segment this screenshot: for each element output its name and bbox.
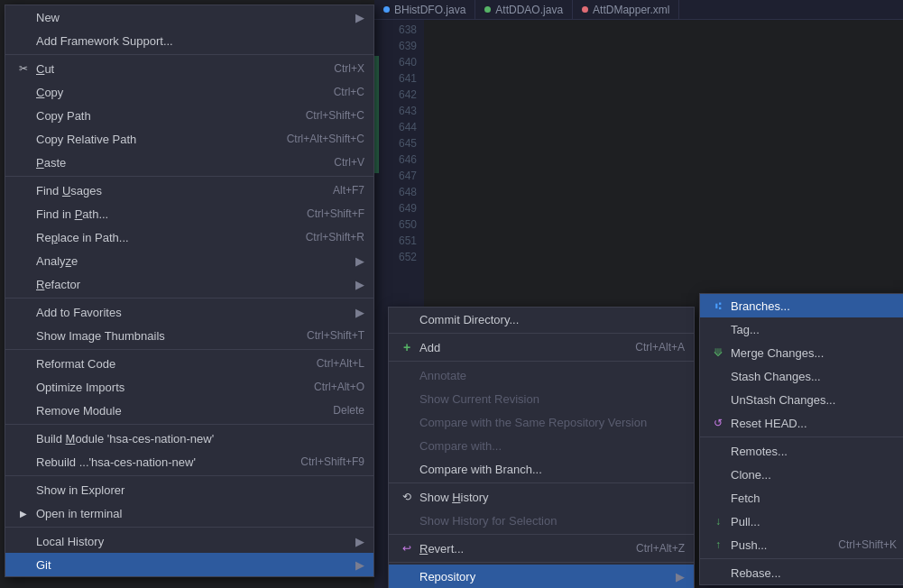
menu-remotes[interactable]: Remotes... (700, 439, 903, 463)
menu-copy[interactable]: Copy Ctrl+C (5, 80, 373, 104)
menu-replace-in-path[interactable]: Replace in Path... Ctrl+Shift+R (5, 225, 373, 249)
build-module-label: Build Module 'hsa-ces-nation-new' (36, 432, 364, 446)
git-icon (14, 556, 32, 574)
revert-icon: ↩ (398, 539, 416, 557)
tab-label-attdao: AttDDAO.java (495, 4, 563, 16)
show-current-rev-label: Show Current Revision (419, 392, 685, 406)
menu-merge-changes[interactable]: ⟱ Merge Changes... (700, 341, 903, 364)
unstash-changes-icon (709, 390, 727, 409)
copy-icon (14, 83, 32, 101)
copy-path-shortcut: Ctrl+Shift+C (306, 109, 364, 122)
menu-git[interactable]: Git ▶ (5, 553, 373, 576)
open-terminal-icon: ▶ (14, 504, 32, 522)
menu-rebase[interactable]: Rebase... (700, 561, 903, 584)
rebase-label: Rebase... (731, 566, 897, 580)
menu-compare-same-rev[interactable]: Compare with the Same Repository Version (389, 410, 694, 434)
menu-compare-branch[interactable]: Compare with Branch... (389, 457, 694, 481)
line-648: 648 (374, 184, 424, 200)
refactor-arrow: ▶ (355, 278, 364, 291)
menu-add[interactable]: + Add Ctrl+Alt+A (389, 335, 694, 359)
menu-rebuild-module[interactable]: Rebuild ...'hsa-ces-nation-new' Ctrl+Shi… (5, 450, 373, 473)
tab-bar: BHistDFO.java AttDDAO.java AttDMapper.xm… (374, 0, 903, 20)
menu-reformat-code[interactable]: Reformat Code Ctrl+Alt+L (5, 352, 373, 375)
menu-fetch[interactable]: Fetch (700, 486, 903, 510)
remove-module-shortcut: Delete (333, 404, 364, 417)
cut-shortcut: Ctrl+X (334, 62, 364, 75)
menu-build-module[interactable]: Build Module 'hsa-ces-nation-new' (5, 427, 373, 450)
menu-new[interactable]: New ▶ (5, 5, 373, 29)
menu-copy-rel-path[interactable]: Copy Relative Path Ctrl+Alt+Shift+C (5, 127, 373, 151)
analyze-icon (14, 252, 32, 270)
repo-sep-4 (389, 534, 694, 535)
menu-open-terminal[interactable]: ▶ Open in terminal (5, 501, 373, 525)
line-650: 650 (374, 216, 424, 233)
menu-add-framework[interactable]: Add Framework Support... (5, 29, 373, 52)
menu-find-in-path[interactable]: Find in Path... Ctrl+Shift+F (5, 202, 373, 225)
menu-unstash-changes[interactable]: UnStash Changes... (700, 388, 903, 411)
git-sep-2 (700, 558, 903, 559)
tab-attmapper[interactable]: AttDMapper.xml (573, 0, 679, 20)
menu-cut[interactable]: ✂ Cut Ctrl+X (5, 57, 373, 80)
line-643: 643 (374, 103, 424, 119)
pull-icon: ↓ (709, 512, 727, 530)
add-framework-icon (14, 32, 32, 50)
menu-revert[interactable]: ↩ Revert... Ctrl+Alt+Z (389, 537, 694, 560)
menu-remove-module[interactable]: Remove Module Delete (5, 399, 373, 422)
copy-path-icon (14, 106, 32, 124)
git-label: Git (36, 558, 348, 572)
annotate-label: Annotate (419, 369, 685, 382)
new-arrow: ▶ (355, 11, 364, 24)
show-image-thumbnails-label: Show Image Thumbnails (36, 329, 289, 343)
scissors-icon: ✂ (14, 60, 32, 78)
menu-show-image-thumbnails[interactable]: Show Image Thumbnails Ctrl+Shift+T (5, 324, 373, 347)
menu-pull[interactable]: ↓ Pull... (700, 510, 903, 533)
tab-attdao[interactable]: AttDDAO.java (475, 0, 573, 20)
analyze-label: Analyze (36, 254, 348, 268)
menu-annotate[interactable]: Annotate (389, 363, 694, 387)
tab-bistdfo[interactable]: BHistDFO.java (374, 0, 475, 20)
menu-tag[interactable]: Tag... (700, 317, 903, 341)
menu-show-history-sel[interactable]: Show History for Selection (389, 509, 694, 532)
menu-refactor[interactable]: Refactor ▶ (5, 272, 373, 296)
menu-show-current-rev[interactable]: Show Current Revision (389, 387, 694, 410)
menu-local-history[interactable]: Local History ▶ (5, 529, 373, 553)
optimize-imports-label: Optimize Imports (36, 381, 296, 394)
menu-stash-changes[interactable]: Stash Changes... (700, 364, 903, 388)
context-menu-git-submenu: ⑆ Branches... Tag... ⟱ Merge Changes... … (699, 293, 903, 585)
replace-in-path-shortcut: Ctrl+Shift+R (306, 231, 364, 243)
refactor-label: Refactor (36, 278, 348, 291)
menu-show-history[interactable]: ⟲ Show History (389, 485, 694, 509)
repository-label: Repository (419, 570, 668, 583)
menu-reset-head[interactable]: ↺ Reset HEAD... (700, 411, 903, 435)
line-645: 645 (374, 135, 424, 152)
menu-push[interactable]: ↑ Push... Ctrl+Shift+K (700, 533, 903, 556)
menu-copy-path[interactable]: Copy Path Ctrl+Shift+C (5, 104, 373, 127)
rebase-icon (709, 564, 727, 582)
show-image-thumbnails-icon (14, 326, 32, 345)
remotes-icon (709, 442, 727, 460)
tab-label-bistdfo: BHistDFO.java (394, 4, 465, 16)
menu-repository[interactable]: Repository ▶ (389, 565, 694, 588)
menu-optimize-imports[interactable]: Optimize Imports Ctrl+Alt+O (5, 375, 373, 399)
menu-commit-dir[interactable]: Commit Directory... (389, 308, 694, 331)
unstash-changes-label: UnStash Changes... (731, 393, 897, 407)
menu-paste[interactable]: Paste Ctrl+V (5, 151, 373, 174)
menu-branches[interactable]: ⑆ Branches... (700, 294, 903, 317)
compare-branch-icon (398, 460, 416, 478)
annotate-icon (398, 366, 416, 384)
sep-6 (5, 475, 373, 476)
menu-compare-with[interactable]: Compare with... (389, 434, 694, 457)
menu-clone[interactable]: Clone... (700, 463, 903, 486)
menu-show-explorer[interactable]: Show in Explorer (5, 478, 373, 501)
find-usages-icon (14, 181, 32, 199)
compare-with-label: Compare with... (419, 439, 685, 453)
reset-head-label: Reset HEAD... (731, 417, 897, 430)
menu-analyze[interactable]: Analyze ▶ (5, 249, 373, 272)
remove-module-icon (14, 401, 32, 419)
stash-changes-label: Stash Changes... (731, 370, 897, 383)
menu-find-usages[interactable]: Find Usages Alt+F7 (5, 179, 373, 202)
menu-add-favorites[interactable]: Add to Favorites ▶ (5, 300, 373, 324)
git-arrow: ▶ (355, 558, 364, 572)
stash-changes-icon (709, 367, 727, 385)
find-usages-shortcut: Alt+F7 (333, 184, 364, 197)
